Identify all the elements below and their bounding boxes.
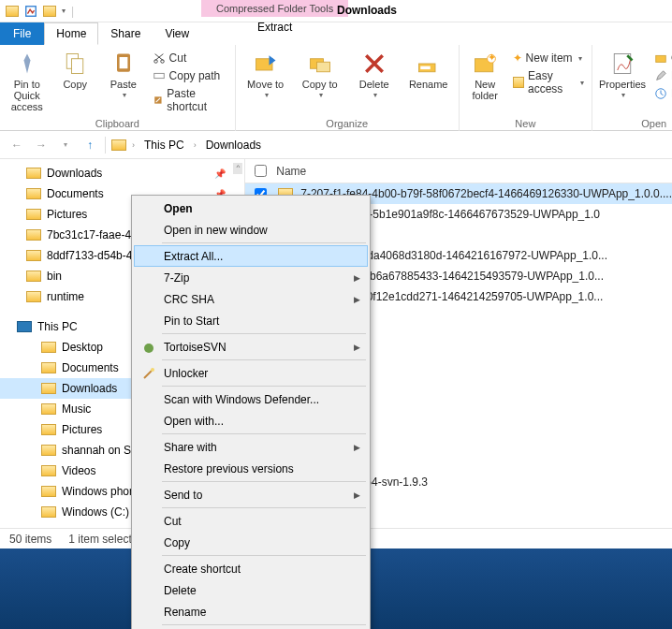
svg-text:✦: ✦ — [488, 51, 496, 63]
tree-item[interactable]: Downloads📌 — [0, 163, 244, 183]
properties-icon — [609, 51, 635, 77]
ctx-copy[interactable]: Copy — [134, 532, 368, 553]
status-selection: 1 item selecte — [68, 533, 138, 546]
paste-icon — [110, 51, 137, 77]
pin-icon — [14, 51, 40, 77]
new-folder-icon: ✦ — [472, 51, 498, 77]
ribbon: Pin to Quick access Copy Paste Cut Copy … — [0, 45, 672, 131]
folder-icon — [513, 77, 524, 88]
svg-rect-7 — [153, 73, 164, 78]
delete-icon — [361, 51, 387, 77]
folder-icon — [26, 229, 41, 241]
rename-icon — [416, 51, 442, 77]
path-icon — [153, 69, 166, 82]
ctx-pin-start[interactable]: Pin to Start — [134, 310, 368, 331]
chevron-down-icon[interactable]: ▾ — [62, 7, 66, 15]
crumb-thispc[interactable]: This PC — [140, 137, 188, 154]
svg-rect-18 — [656, 55, 666, 62]
copy-icon — [62, 51, 88, 77]
svg-point-22 — [144, 344, 153, 353]
move-to-button[interactable]: Move to — [241, 49, 290, 102]
move-icon — [253, 51, 279, 77]
cut-button[interactable]: Cut — [151, 51, 229, 66]
breadcrumb[interactable]: › This PC › Downloads — [111, 137, 265, 154]
folder-icon — [41, 424, 56, 435]
ctx-open-new-window[interactable]: Open in new window — [134, 219, 368, 241]
folder-icon — [26, 168, 41, 179]
folder-icon — [26, 188, 41, 199]
ctx-tortoisesvn[interactable]: TortoiseSVN▶ — [134, 336, 368, 358]
delete-button[interactable]: Delete — [350, 49, 399, 102]
copy-path-button[interactable]: Copy path — [151, 68, 229, 83]
ctx-unlocker[interactable]: Unlocker — [134, 362, 368, 384]
group-open: Properties Open Edit History Open — [592, 45, 672, 131]
copy-button[interactable]: Copy — [54, 49, 97, 114]
extract-tab[interactable]: Extract — [239, 17, 311, 37]
folder-icon — [111, 139, 126, 151]
back-button[interactable]: ← — [7, 136, 26, 154]
select-all-checkbox[interactable] — [255, 165, 267, 177]
ribbon-tabs: File Home Share View Compressed Folder T… — [0, 22, 672, 45]
share-tab[interactable]: Share — [98, 22, 153, 45]
group-new: ✦ New folder ✦New item Easy access New — [460, 45, 592, 131]
contextual-tab-group: Compressed Folder Tools Extract — [201, 0, 348, 37]
column-name[interactable]: Name — [276, 165, 306, 178]
group-label: Open — [598, 118, 672, 129]
ctx-7zip[interactable]: 7-Zip▶ — [134, 267, 368, 288]
shortcut-icon — [153, 94, 164, 107]
history-button[interactable]: History — [652, 86, 672, 101]
paste-button[interactable]: Paste — [102, 49, 145, 114]
folder-icon — [41, 465, 56, 476]
folder-icon — [26, 209, 41, 220]
home-tab[interactable]: Home — [44, 22, 98, 45]
paste-shortcut-button[interactable]: Paste shortcut — [151, 86, 229, 114]
up-button[interactable]: ↑ — [80, 136, 99, 154]
properties-icon[interactable] — [24, 5, 37, 18]
svg-point-23 — [151, 368, 154, 372]
ctx-share-with[interactable]: Share with▶ — [134, 436, 368, 458]
new-folder-button[interactable]: ✦ New folder — [465, 49, 505, 103]
ctx-open-with[interactable]: Open with... — [134, 410, 368, 432]
ctx-delete[interactable]: Delete — [134, 579, 368, 601]
folder-icon — [41, 486, 56, 497]
new-item-button[interactable]: ✦New item — [511, 51, 586, 66]
folder-icon — [41, 342, 56, 353]
folder-icon — [41, 383, 56, 394]
copy-to-icon — [307, 51, 333, 77]
edit-button[interactable]: Edit — [652, 68, 672, 83]
view-tab[interactable]: View — [153, 22, 201, 45]
pin-quick-access-button[interactable]: Pin to Quick access — [6, 49, 49, 114]
wand-icon — [141, 366, 156, 381]
svg-rect-11 — [316, 62, 329, 72]
svg-rect-13 — [420, 66, 431, 70]
ctx-send-to[interactable]: Send to▶ — [134, 484, 368, 505]
history-icon — [654, 87, 667, 100]
ctx-create-shortcut[interactable]: Create shortcut — [134, 558, 368, 579]
list-header[interactable]: Name — [245, 159, 672, 183]
file-tab[interactable]: File — [0, 22, 44, 45]
ctx-open[interactable]: Open — [134, 197, 368, 219]
folder-icon — [26, 250, 41, 261]
contextual-title: Compressed Folder Tools — [201, 0, 348, 17]
folder-icon[interactable] — [43, 6, 56, 17]
crumb-downloads[interactable]: Downloads — [202, 137, 265, 154]
svg-rect-4 — [119, 57, 127, 68]
folder-icon — [41, 362, 56, 373]
open-button[interactable]: Open — [652, 51, 672, 66]
easy-access-button[interactable]: Easy access — [511, 68, 586, 96]
copy-to-button[interactable]: Copy to — [296, 49, 344, 102]
ctx-restore-versions[interactable]: Restore previous versions — [134, 458, 368, 479]
rename-button[interactable]: Rename — [404, 49, 453, 102]
pin-icon: 📌 — [214, 168, 226, 179]
ctx-rename[interactable]: Rename — [134, 601, 368, 622]
forward-button[interactable]: → — [32, 136, 51, 154]
group-organize: Move to Copy to Delete Rename Organize — [236, 45, 460, 131]
folder-icon[interactable] — [6, 6, 19, 17]
recent-dropdown[interactable]: ▾ — [56, 136, 75, 154]
ctx-cut[interactable]: Cut — [134, 510, 368, 532]
properties-button[interactable]: Properties — [598, 49, 647, 102]
ctx-crc-sha[interactable]: CRC SHA▶ — [134, 288, 368, 310]
ctx-extract-all[interactable]: Extract All... — [134, 245, 368, 267]
address-bar: ← → ▾ ↑ › This PC › Downloads — [0, 131, 672, 159]
ctx-defender[interactable]: Scan with Windows Defender... — [134, 388, 368, 410]
